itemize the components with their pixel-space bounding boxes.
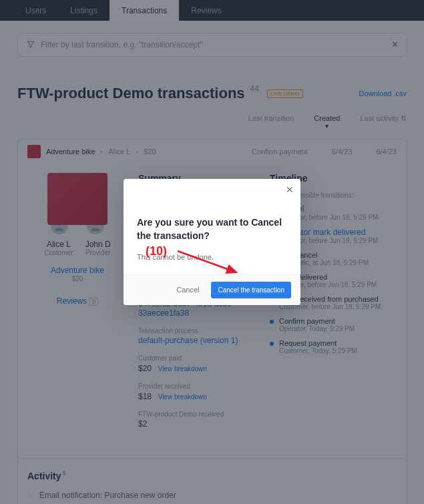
modal-close-icon[interactable]: ✕ (279, 179, 300, 200)
modal-title: Are you sure you want to Cancel the tran… (137, 216, 287, 242)
modal-confirm-button[interactable]: Cancel the transaction (211, 282, 291, 298)
cancel-transaction-modal: ✕ Are you sure you want to Cancel the tr… (124, 179, 300, 305)
modal-backdrop[interactable]: ✕ Are you sure you want to Cancel the tr… (0, 0, 424, 504)
modal-text: This cannot be undone. (137, 253, 287, 261)
modal-footer: Cancel Cancel the transaction (124, 274, 300, 305)
modal-cancel-button[interactable]: Cancel (174, 282, 202, 298)
